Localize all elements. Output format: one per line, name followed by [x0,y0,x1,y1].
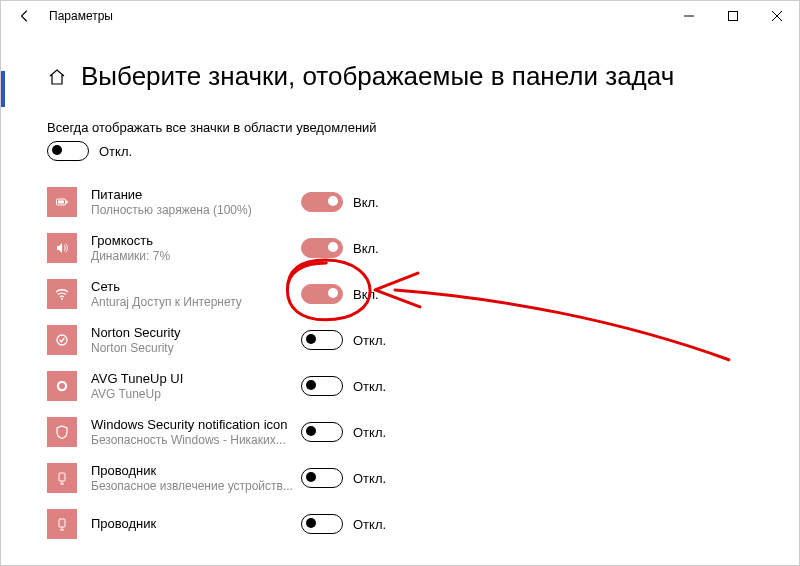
svg-rect-1 [729,12,738,21]
power-icon [47,187,77,217]
item-title: Проводник [91,516,301,532]
items-list: ПитаниеПолностью заряжена (100%)Вкл.Гром… [47,179,799,547]
minimize-button[interactable] [667,1,711,31]
master-toggle[interactable] [47,141,89,161]
item-toggle-group: Откл. [301,468,386,488]
svg-point-10 [59,383,65,389]
shield-icon [47,417,77,447]
close-button[interactable] [755,1,799,31]
svg-rect-11 [59,473,65,481]
item-text: ПитаниеПолностью заряжена (100%) [91,187,301,217]
item-toggle[interactable] [301,330,343,350]
item-title: Norton Security [91,325,301,341]
item-toggle-label: Откл. [353,471,386,486]
page-header: Выберите значки, отображаемые в панели з… [47,61,799,92]
explorer-icon [47,509,77,539]
item-title: Windows Security notification icon [91,417,301,433]
page-title: Выберите значки, отображаемые в панели з… [81,61,674,92]
window-controls [667,1,799,31]
item-text: Проводник [91,516,301,532]
settings-item: ГромкостьДинамики: 7%Вкл. [47,225,799,271]
item-subtitle: Безопасность Windows - Никаких... [91,433,301,447]
master-toggle-label: Откл. [99,144,132,159]
item-toggle-group: Откл. [301,330,386,350]
item-title: Питание [91,187,301,203]
home-icon[interactable] [47,67,67,87]
item-toggle[interactable] [301,514,343,534]
item-toggle-group: Вкл. [301,192,379,212]
close-icon [772,11,782,21]
item-title: AVG TuneUp UI [91,371,301,387]
item-toggle[interactable] [301,284,343,304]
item-toggle-group: Откл. [301,422,386,442]
item-text: СетьAnturaj Доступ к Интернету [91,279,301,309]
item-toggle-label: Вкл. [353,241,379,256]
item-toggle-label: Откл. [353,333,386,348]
minimize-icon [684,11,694,21]
settings-window: Параметры Выберите значки, отображаемые … [0,0,800,566]
norton-icon [47,325,77,355]
settings-item: AVG TuneUp UIAVG TuneUpОткл. [47,363,799,409]
maximize-icon [728,11,738,21]
accent-bar [1,71,5,107]
settings-item: Windows Security notification iconБезопа… [47,409,799,455]
svg-rect-5 [58,201,64,204]
item-text: ПроводникБезопасное извлечение устройств… [91,463,301,493]
item-subtitle: Динамики: 7% [91,249,301,263]
back-arrow-icon [18,9,32,23]
settings-item: СетьAnturaj Доступ к ИнтернетуВкл. [47,271,799,317]
master-toggle-row: Откл. [47,141,799,161]
item-title: Громкость [91,233,301,249]
avg-icon [47,371,77,401]
item-subtitle: Norton Security [91,341,301,355]
item-toggle-group: Откл. [301,376,386,396]
svg-rect-6 [66,201,68,204]
item-subtitle: Безопасное извлечение устройств... [91,479,301,493]
network-icon [47,279,77,309]
item-toggle[interactable] [301,422,343,442]
item-toggle[interactable] [301,238,343,258]
item-toggle[interactable] [301,468,343,488]
item-subtitle: Полностью заряжена (100%) [91,203,301,217]
item-text: Norton SecurityNorton Security [91,325,301,355]
volume-icon [47,233,77,263]
item-title: Проводник [91,463,301,479]
item-toggle[interactable] [301,192,343,212]
svg-rect-12 [59,519,65,527]
item-text: Windows Security notification iconБезопа… [91,417,301,447]
settings-item: ПроводникОткл. [47,501,799,547]
item-toggle-label: Откл. [353,379,386,394]
item-text: ГромкостьДинамики: 7% [91,233,301,263]
item-toggle-label: Откл. [353,517,386,532]
item-subtitle: Anturaj Доступ к Интернету [91,295,301,309]
item-toggle-label: Откл. [353,425,386,440]
content-area: Выберите значки, отображаемые в панели з… [1,61,799,547]
item-title: Сеть [91,279,301,295]
item-toggle-group: Вкл. [301,284,379,304]
item-toggle-group: Вкл. [301,238,379,258]
item-toggle-label: Вкл. [353,287,379,302]
item-toggle-label: Вкл. [353,195,379,210]
explorer-icon [47,463,77,493]
window-title: Параметры [49,9,113,23]
maximize-button[interactable] [711,1,755,31]
item-toggle-group: Откл. [301,514,386,534]
item-text: AVG TuneUp UIAVG TuneUp [91,371,301,401]
always-show-label: Всегда отображать все значки в области у… [47,120,799,135]
item-toggle[interactable] [301,376,343,396]
settings-item: ПитаниеПолностью заряжена (100%)Вкл. [47,179,799,225]
settings-item: ПроводникБезопасное извлечение устройств… [47,455,799,501]
back-button[interactable] [15,6,35,26]
svg-point-7 [61,298,63,300]
settings-item: Norton SecurityNorton SecurityОткл. [47,317,799,363]
item-subtitle: AVG TuneUp [91,387,301,401]
